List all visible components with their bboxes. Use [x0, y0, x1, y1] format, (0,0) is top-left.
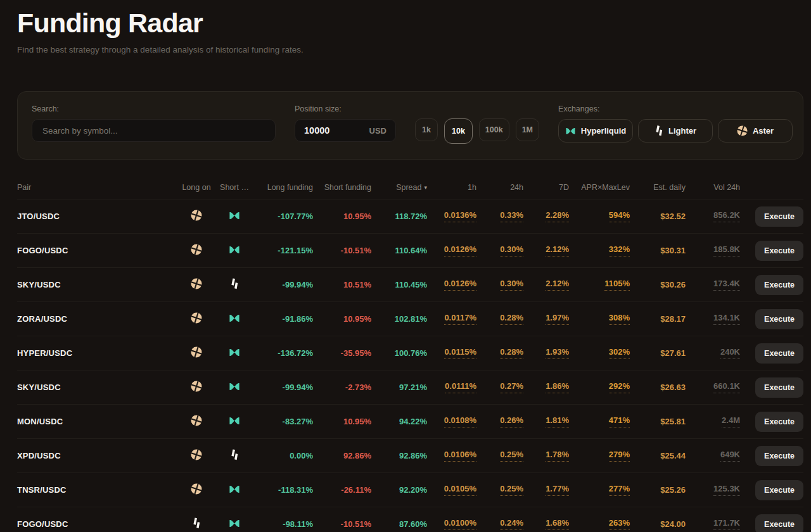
rate-24h-cell-value[interactable]: 0.33% [500, 210, 523, 222]
rate-24h-cell-value[interactable]: 0.30% [500, 244, 523, 256]
apr-maxlev-cell-value[interactable]: 302% [609, 347, 630, 359]
vol-24h-cell-value[interactable]: 2.4M [722, 415, 740, 428]
size-preset-100k[interactable]: 100k [479, 118, 509, 141]
column-header-h1[interactable]: 1h [427, 183, 476, 192]
short-funding-cell: -2.73% [313, 383, 371, 392]
rate-1h-cell-value[interactable]: 0.0105% [444, 484, 476, 496]
rate-24h-cell-value[interactable]: 0.24% [500, 518, 523, 530]
search-input[interactable] [32, 119, 276, 142]
short-on-cell [214, 212, 255, 222]
rate-7d-cell-value[interactable]: 1.97% [546, 313, 569, 325]
rate-7d-cell-value[interactable]: 2.28% [546, 210, 569, 222]
vol-24h-cell-value[interactable]: 240K [720, 347, 740, 359]
pair-cell: HYPER/USDC [17, 348, 179, 358]
rate-7d-cell-value[interactable]: 1.86% [546, 381, 569, 393]
execute-button[interactable]: Execute [755, 446, 803, 466]
vol-24h-cell-value[interactable]: 173.4K [713, 279, 740, 291]
column-header-pair[interactable]: Pair [17, 183, 179, 192]
rate-24h-cell-value[interactable]: 0.28% [500, 313, 523, 325]
vol-24h-cell-value[interactable]: 171.7K [713, 518, 740, 530]
exchange-button-lighter[interactable]: Lighter [638, 119, 713, 142]
apr-maxlev-cell-value[interactable]: 332% [609, 244, 630, 256]
exchange-button-aster[interactable]: Aster [718, 119, 793, 142]
column-header-est_daily[interactable]: Est. daily [630, 183, 686, 192]
apr-maxlev-cell: 292% [569, 381, 630, 393]
rate-24h-cell-value[interactable]: 0.28% [500, 347, 523, 359]
rate-1h-cell-value[interactable]: 0.0108% [444, 415, 476, 428]
size-preset-10k[interactable]: 10k [444, 118, 473, 144]
execute-button[interactable]: Execute [755, 377, 803, 398]
apr-maxlev-cell-value[interactable]: 1105% [604, 279, 630, 291]
apr-maxlev-cell-value[interactable]: 308% [609, 313, 630, 325]
execute-button[interactable]: Execute [755, 241, 803, 261]
execute-button[interactable]: Execute [755, 275, 803, 295]
column-header-h24[interactable]: 24h [476, 183, 523, 192]
apr-maxlev-cell-value[interactable]: 292% [609, 381, 630, 393]
rate-24h-cell-value[interactable]: 0.27% [500, 381, 523, 393]
long-on-cell [179, 244, 214, 257]
rate-24h-cell-value[interactable]: 0.25% [500, 484, 523, 496]
size-preset-1m[interactable]: 1M [516, 118, 539, 141]
apr-maxlev-cell-value[interactable]: 471% [609, 415, 630, 428]
long-funding-cell: -118.31% [255, 485, 313, 495]
apr-maxlev-cell-value[interactable]: 594% [609, 210, 630, 222]
apr-maxlev-cell: 332% [569, 244, 630, 256]
execute-button[interactable]: Execute [755, 480, 803, 500]
table-row: JTO/USDC -107.77%10.95%118.72%0.0136%0.3… [17, 199, 803, 233]
column-header-d7[interactable]: 7D [523, 183, 569, 192]
rate-7d-cell-value[interactable]: 1.93% [546, 347, 569, 359]
apr-maxlev-cell-value[interactable]: 279% [609, 450, 630, 462]
vol-24h-cell-value[interactable]: 125.3K [713, 484, 740, 496]
rate-7d-cell-value[interactable]: 1.81% [546, 415, 569, 428]
execute-button[interactable]: Execute [755, 343, 803, 364]
rate-24h-cell-value[interactable]: 0.30% [500, 279, 523, 291]
exchange-button-hyperliquid[interactable]: Hyperliquid [558, 119, 633, 142]
table-row: ZORA/USDC -91.86%10.95%102.81%0.0117%0.2… [17, 301, 803, 336]
column-header-spread[interactable]: Spread▾ [371, 183, 427, 192]
rate-1h-cell-value[interactable]: 0.0136% [444, 210, 476, 222]
rate-7d-cell-value[interactable]: 1.77% [546, 484, 569, 496]
filter-panel: Search: Position size: USD 1k10k100k1M E… [17, 91, 803, 160]
long-on-cell [179, 517, 214, 531]
rate-7d-cell-value[interactable]: 2.12% [546, 244, 569, 256]
vol-24h-cell-value[interactable]: 134.1K [713, 313, 740, 325]
rate-7d-cell-value[interactable]: 1.68% [546, 518, 569, 530]
column-header-long_on[interactable]: Long on [179, 183, 214, 192]
rate-7d-cell-value[interactable]: 1.78% [546, 450, 569, 462]
column-header-short_funding[interactable]: Short funding [313, 183, 371, 192]
column-header-short_on[interactable]: Short … [214, 183, 255, 192]
rate-24h-cell-value[interactable]: 0.25% [500, 450, 523, 462]
vol-24h-cell-value[interactable]: 649K [720, 450, 740, 462]
rate-1h-cell-value[interactable]: 0.0100% [444, 518, 476, 530]
vol-24h-cell-value[interactable]: 660.1K [713, 381, 740, 393]
apr-maxlev-cell-value[interactable]: 263% [609, 518, 630, 530]
spread-cell: 118.72% [371, 212, 427, 221]
pair-cell: JTO/USDC [17, 212, 179, 221]
vol-24h-cell-value[interactable]: 856.2K [713, 210, 740, 222]
column-header-apr[interactable]: APR×MaxLev [569, 183, 630, 192]
column-header-long_funding[interactable]: Long funding [255, 183, 313, 192]
apr-maxlev-cell-value[interactable]: 277% [609, 484, 630, 496]
lighter-icon [192, 517, 201, 531]
rate-24h-cell-value[interactable]: 0.26% [500, 415, 523, 428]
rate-24h-cell: 0.30% [476, 244, 523, 256]
est-daily-cell: $26.63 [630, 383, 686, 392]
aster-icon [191, 381, 202, 394]
rate-1h-cell-value[interactable]: 0.0111% [445, 381, 476, 393]
position-size-input[interactable] [304, 125, 361, 136]
column-header-vol[interactable]: Vol 24h [686, 183, 740, 192]
rate-1h-cell-value[interactable]: 0.0115% [444, 347, 476, 359]
rate-1h-cell-value[interactable]: 0.0106% [444, 450, 476, 462]
vol-24h-cell-value[interactable]: 185.8K [713, 244, 740, 256]
size-preset-1k[interactable]: 1k [415, 118, 438, 141]
execute-button[interactable]: Execute [755, 514, 803, 532]
execute-button[interactable]: Execute [755, 412, 803, 432]
rate-1h-cell-value[interactable]: 0.0126% [444, 244, 476, 256]
execute-button[interactable]: Execute [755, 309, 803, 329]
pair-cell: FOGO/USDC [17, 519, 179, 529]
rate-7d-cell-value[interactable]: 2.12% [546, 279, 569, 291]
rate-1h-cell-value[interactable]: 0.0117% [444, 313, 476, 325]
pair-cell: SKY/USDC [17, 280, 179, 289]
execute-button[interactable]: Execute [755, 206, 803, 227]
rate-1h-cell-value[interactable]: 0.0126% [444, 279, 476, 291]
